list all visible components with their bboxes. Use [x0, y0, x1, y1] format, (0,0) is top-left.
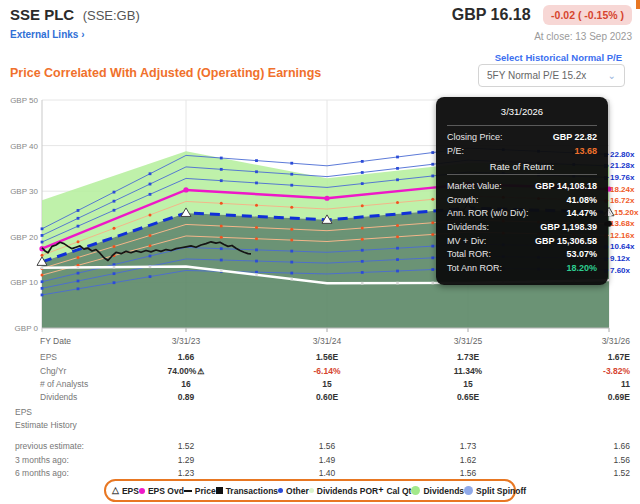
- transactions-square-icon: [216, 487, 223, 494]
- legend-item-dividends[interactable]: Dividends: [411, 486, 464, 496]
- pe-multiple-label: 21.28x: [604, 161, 634, 170]
- cal-qt-plus-icon: +: [378, 486, 383, 495]
- pe-multiple-label: 18.24x: [604, 185, 634, 194]
- eps-ovd-dot-icon: [139, 488, 145, 494]
- dividends-por-dot-icon: [309, 488, 314, 493]
- fy-date-label: FY Date: [40, 336, 71, 346]
- y-axis-tick: GBP 0: [0, 324, 38, 333]
- eps-triangle-icon: △: [112, 486, 119, 495]
- other-dot-icon: [278, 488, 283, 493]
- pe-multiple-label: 19.76x: [604, 173, 634, 182]
- estimate-row-3mo: 3 months ago: 1.29 1.49 1.62 1.56: [0, 455, 640, 468]
- y-axis-tick: GBP 20: [0, 233, 38, 242]
- legend-item-cal-qt[interactable]: +Cal Qt: [378, 486, 411, 496]
- fastgraphs-app: SSE PLC (SSE:GB) External Links › GBP 16…: [0, 0, 640, 504]
- estimate-history-title-2: Estimate History: [15, 420, 77, 430]
- pe-multiple-label: 15.20x: [604, 208, 638, 217]
- tooltip-divider: [447, 174, 597, 175]
- y-axis-tick: GBP 50: [0, 96, 38, 105]
- tooltip-divider: [447, 125, 597, 126]
- price-dash-icon: [184, 490, 192, 492]
- chart-tooltip: 3/31/2026 Closing Price:GBP 22.82P/E:13.…: [436, 97, 608, 285]
- legend-item-price[interactable]: Price: [184, 486, 216, 496]
- split-spinoff-circle-icon: [464, 486, 473, 495]
- pe-multiple-label: 12.16x: [604, 231, 634, 240]
- pe-multiple-label: 13.68x: [604, 219, 634, 228]
- pe-multiple-label: 22.80x: [604, 150, 634, 159]
- tooltip-date: 3/31/2026: [447, 106, 597, 123]
- legend-item-split-spinoff[interactable]: Split Spinoff: [464, 486, 526, 496]
- dividends-circle-icon: [411, 486, 420, 495]
- warning-icon: ⚠: [197, 367, 204, 376]
- table-row-eps: EPS 1.66 1.56E 1.73E 1.67E: [0, 352, 640, 365]
- legend-item-other[interactable]: Other: [278, 486, 309, 496]
- legend-item-dividends-por[interactable]: Dividends POR: [309, 486, 378, 496]
- estimate-history-title-1: EPS: [15, 407, 32, 417]
- table-row-chg-yr: Chg/Yr 74.00%⚠ -6.14% 11.34% -3.82%: [0, 366, 640, 379]
- tooltip-rows-top: Closing Price:GBP 22.82P/E:13.68: [447, 131, 597, 158]
- y-axis-tick: GBP 40: [0, 142, 38, 151]
- legend-item-transactions[interactable]: Transactions: [216, 486, 278, 496]
- pe-multiple-label: 16.72x: [604, 196, 634, 205]
- pe-multiple-label: 10.64x: [604, 242, 634, 251]
- estimate-row-previous: previous estimate: 1.52 1.56 1.73 1.66: [0, 441, 640, 454]
- table-row-dividends: Dividends 0.89 0.60E 0.65E 0.69E: [0, 392, 640, 405]
- tooltip-rows: Market Value:GBP 14,108.18Growth:41.08%A…: [447, 180, 597, 275]
- y-axis-tick: GBP 10: [0, 278, 38, 287]
- table-row-analysts: # of Analysts 16 15 15 11: [0, 379, 640, 392]
- table-header-row: FY Date 3/31/23 3/31/24 3/31/25 3/31/26: [0, 336, 640, 349]
- tooltip-section-title: Rate of Return:: [447, 161, 597, 172]
- legend-item-eps-ovd[interactable]: EPS Ovd: [139, 486, 184, 496]
- legend-item-eps[interactable]: △EPS: [112, 486, 139, 496]
- y-axis-tick: GBP 30: [0, 187, 38, 196]
- chart-legend: △EPS EPS Ovd Price Transactions Other Di…: [104, 479, 516, 502]
